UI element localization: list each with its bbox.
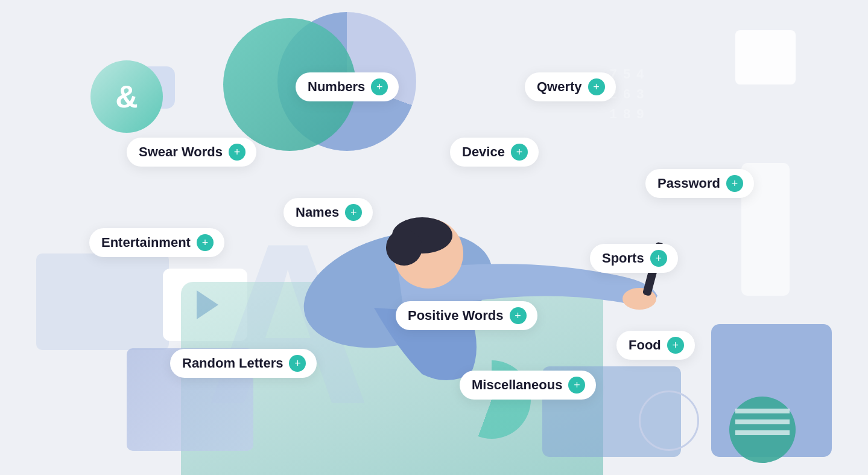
category-pill-entertainment[interactable]: Entertainment+ xyxy=(89,228,224,257)
category-label-numbers: Numbers xyxy=(308,79,365,95)
category-plus-qwerty[interactable]: + xyxy=(588,78,605,95)
category-label-miscellaneous: Miscellaneous xyxy=(472,377,562,393)
category-plus-entertainment[interactable]: + xyxy=(197,234,214,251)
category-plus-miscellaneous[interactable]: + xyxy=(568,377,585,394)
category-pill-password[interactable]: Password+ xyxy=(645,169,754,198)
category-pill-numbers[interactable]: Numbers+ xyxy=(296,72,399,101)
category-pill-miscellaneous[interactable]: Miscellaneous+ xyxy=(460,371,596,400)
category-label-swear-words: Swear Words xyxy=(139,144,223,160)
category-plus-password[interactable]: + xyxy=(726,175,743,192)
ampersand-circle: & xyxy=(90,60,163,133)
category-label-device: Device xyxy=(462,144,505,160)
category-plus-swear-words[interactable]: + xyxy=(229,144,246,161)
category-pill-sports[interactable]: Sports+ xyxy=(590,244,678,273)
white-rect-top-right xyxy=(735,30,796,84)
svg-point-5 xyxy=(386,229,422,266)
category-pill-device[interactable]: Device+ xyxy=(450,138,539,167)
category-pill-names[interactable]: Names+ xyxy=(284,198,373,227)
category-pill-positive-words[interactable]: Positive Words+ xyxy=(396,301,537,330)
category-plus-device[interactable]: + xyxy=(511,144,528,161)
category-label-positive-words: Positive Words xyxy=(408,308,504,324)
category-pill-qwerty[interactable]: Qwerty+ xyxy=(525,72,616,101)
category-plus-food[interactable]: + xyxy=(667,337,684,354)
category-label-sports: Sports xyxy=(602,250,644,266)
category-label-random-letters: Random Letters xyxy=(182,355,283,371)
category-plus-positive-words[interactable]: + xyxy=(510,307,527,324)
category-label-names: Names xyxy=(296,205,339,220)
category-plus-numbers[interactable]: + xyxy=(371,78,388,95)
category-label-qwerty: Qwerty xyxy=(537,79,582,95)
category-label-password: Password xyxy=(657,176,720,191)
category-pill-swear-words[interactable]: Swear Words+ xyxy=(127,138,256,167)
category-label-food: Food xyxy=(629,337,661,353)
category-pill-food[interactable]: Food+ xyxy=(616,331,695,360)
category-plus-random-letters[interactable]: + xyxy=(289,355,306,372)
category-plus-sports[interactable]: + xyxy=(650,250,667,267)
category-label-entertainment: Entertainment xyxy=(101,235,191,250)
category-pill-random-letters[interactable]: Random Letters+ xyxy=(170,349,317,378)
left-blue-rect xyxy=(36,253,169,350)
main-scene: 7 5 42 6 31 8 9 & A xyxy=(0,0,868,475)
category-plus-names[interactable]: + xyxy=(345,204,362,221)
teal-circle-bottom-right xyxy=(729,397,796,463)
ampersand-symbol: & xyxy=(115,78,138,115)
